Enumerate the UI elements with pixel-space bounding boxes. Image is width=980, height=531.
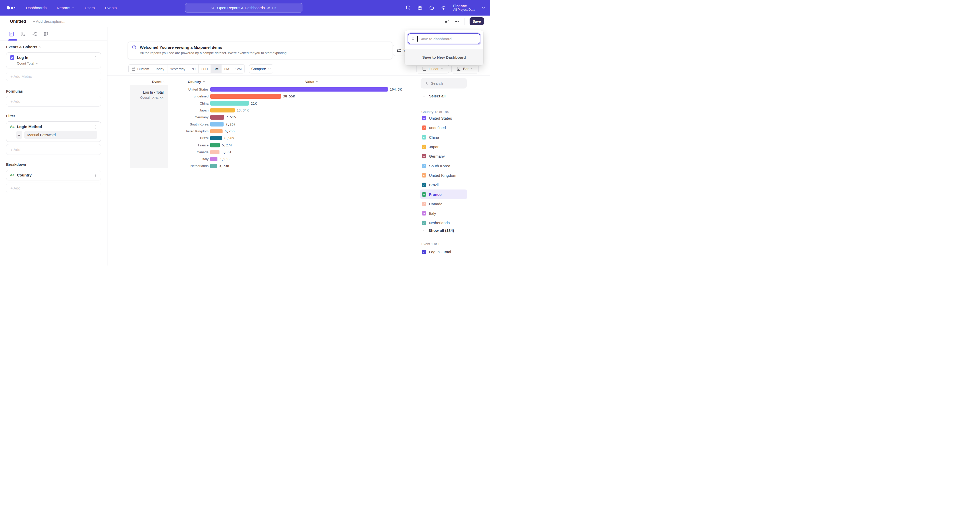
nav-item[interactable]: Users — [85, 6, 95, 10]
legend-event-row[interactable]: Log In - Total — [422, 250, 451, 254]
filter-value[interactable]: Manual Password — [24, 131, 97, 139]
date-range-option[interactable]: Today — [152, 65, 167, 73]
project-switcher[interactable]: Finance All Project Data — [453, 4, 475, 11]
date-range-option[interactable]: Custom — [129, 65, 152, 73]
nav-item[interactable]: Dashboards — [26, 6, 47, 10]
legend-country-row[interactable]: Italy — [420, 209, 467, 218]
metric-card-log-in[interactable]: A Log In Count Total — [6, 52, 101, 68]
country-checkbox[interactable] — [422, 173, 426, 178]
column-header-value[interactable]: Value — [305, 80, 318, 84]
date-range-option[interactable]: Yesterday — [167, 65, 189, 73]
legend-country-row[interactable]: Brazil — [420, 180, 467, 190]
scale-selector-button[interactable]: Linear — [417, 64, 449, 73]
bar[interactable] — [210, 129, 223, 134]
bar-category-label: United States — [169, 87, 208, 91]
add-metric-button[interactable]: + Add Metric — [6, 72, 101, 81]
bar[interactable] — [210, 164, 217, 168]
bar[interactable] — [210, 157, 218, 162]
project-chevron-icon[interactable] — [482, 6, 485, 10]
legend-country-row[interactable]: China — [420, 133, 467, 142]
save-to-dashboard-input[interactable]: Save to dashboard... — [408, 33, 480, 44]
save-button[interactable]: Save — [469, 17, 484, 25]
filter-kebab-icon[interactable] — [94, 125, 98, 129]
country-checkbox[interactable] — [422, 116, 426, 120]
global-search[interactable]: Open Reports & Dashboards ⌘ + K — [185, 3, 302, 13]
bar[interactable] — [210, 115, 224, 120]
chart-type-button[interactable]: Bar — [452, 64, 479, 73]
breakdown-card-country[interactable]: Aa Country — [6, 170, 101, 180]
legend-country-row[interactable]: Canada — [420, 199, 467, 209]
tab-insights-icon[interactable] — [8, 31, 14, 37]
show-all-button[interactable]: Show all (184) — [422, 228, 454, 233]
search-icon — [211, 6, 215, 10]
country-checkbox[interactable] — [422, 135, 426, 139]
metric-kebab-icon[interactable] — [94, 56, 98, 60]
add-filter-button[interactable]: + Add — [6, 144, 101, 155]
events-cohorts-header[interactable]: Events & Cohorts — [6, 45, 101, 49]
report-title[interactable]: Untitled — [10, 19, 26, 24]
country-checkbox[interactable] — [422, 202, 426, 206]
data-management-icon[interactable] — [406, 5, 411, 11]
select-all-row[interactable]: Select all — [422, 94, 445, 98]
check-icon — [423, 136, 426, 139]
legend-country-row[interactable]: undefined — [420, 123, 467, 132]
legend-country-row[interactable]: United States — [420, 114, 467, 123]
aggregation-selector[interactable]: Count Total — [17, 62, 97, 65]
nav-item[interactable]: Events — [105, 6, 117, 10]
bar-chart-row: United Kingdom 6,755 — [169, 128, 402, 135]
date-range-option[interactable]: 6M — [221, 65, 232, 73]
country-checkbox[interactable] — [422, 211, 426, 216]
bar[interactable] — [210, 87, 388, 92]
country-checkbox[interactable] — [422, 154, 426, 159]
bar[interactable] — [210, 136, 222, 141]
bar[interactable] — [210, 94, 281, 99]
legend-country-row[interactable]: Germany — [420, 152, 467, 161]
column-header-event[interactable]: Event — [152, 80, 166, 84]
country-checkbox[interactable] — [422, 220, 426, 225]
help-icon[interactable] — [429, 5, 434, 11]
column-header-country[interactable]: Country — [188, 80, 205, 84]
date-range-option[interactable]: 3M — [211, 65, 221, 73]
apps-grid-icon[interactable] — [417, 5, 423, 11]
bar-chart: United States 104.3K undefined 38.55K Ch… — [169, 86, 402, 170]
legend-search-input[interactable]: Search — [421, 78, 467, 89]
tab-funnels-icon[interactable] — [20, 31, 26, 37]
date-range-option[interactable]: 30D — [199, 65, 211, 73]
copy-link-icon[interactable] — [444, 19, 449, 24]
bar[interactable] — [210, 108, 235, 113]
bar[interactable] — [210, 143, 220, 147]
add-breakdown-button[interactable]: + Add — [6, 182, 101, 193]
bar-value-label: 3,738 — [219, 164, 229, 168]
add-description[interactable]: + Add description... — [33, 19, 65, 24]
breakdown-kebab-icon[interactable] — [94, 173, 98, 178]
tab-flows-icon[interactable] — [32, 31, 37, 37]
legend-country-row[interactable]: Netherlands — [420, 218, 467, 228]
bar-chart-row: Brazil 6,589 — [169, 135, 402, 141]
bar[interactable] — [210, 150, 220, 155]
compare-button[interactable]: Compare — [249, 64, 273, 73]
country-checkbox[interactable] — [422, 164, 426, 168]
country-checkbox[interactable] — [422, 125, 426, 130]
filter-card-login-method[interactable]: Aa Login Method = Manual Password — [6, 121, 101, 142]
nav-item[interactable]: Reports — [57, 6, 75, 10]
event-checkbox[interactable] — [422, 250, 426, 254]
legend-country-row[interactable]: South Korea — [420, 161, 467, 170]
date-range-option[interactable]: 7D — [188, 65, 199, 73]
legend-country-row[interactable]: Japan — [420, 142, 467, 152]
more-options-icon[interactable] — [454, 19, 459, 24]
bar[interactable] — [210, 122, 224, 127]
settings-gear-icon[interactable] — [441, 5, 446, 11]
mixpanel-logo-icon[interactable] — [6, 6, 15, 10]
legend-country-row[interactable]: United Kingdom — [420, 171, 467, 180]
country-checkbox[interactable] — [422, 144, 426, 149]
save-to-new-dashboard-button[interactable]: Save to New Dashboard — [405, 49, 484, 65]
country-checkbox[interactable] — [422, 182, 426, 187]
add-formula-button[interactable]: + Add — [6, 96, 101, 106]
tab-retention-icon[interactable] — [43, 31, 49, 37]
country-checkbox[interactable] — [422, 192, 426, 197]
legend-country-row[interactable]: France — [420, 190, 467, 199]
date-range-option[interactable]: 12M — [232, 65, 245, 73]
filter-operator[interactable]: = — [16, 131, 22, 139]
bar[interactable] — [210, 101, 249, 106]
select-all-checkbox[interactable] — [422, 94, 426, 98]
